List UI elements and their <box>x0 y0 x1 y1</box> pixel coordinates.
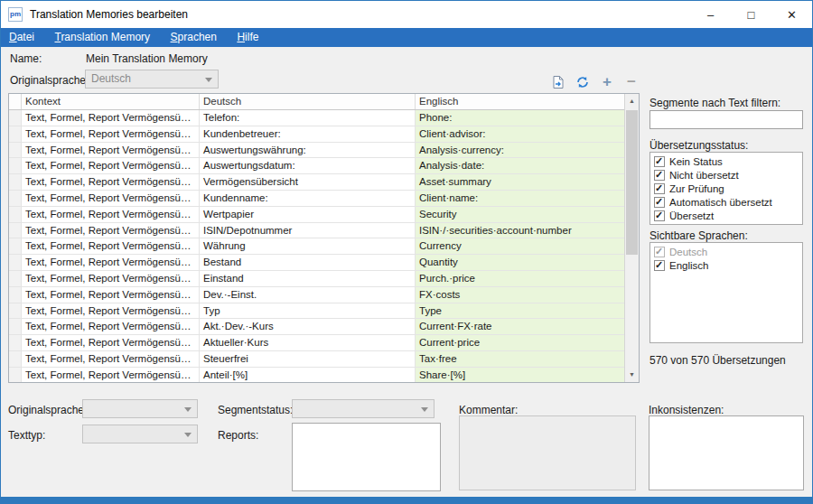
checkbox-label: Automatisch übersetzt <box>669 197 772 208</box>
menu-hilfe[interactable]: Hilfe <box>229 28 266 47</box>
close-icon[interactable]: ✕ <box>771 1 812 28</box>
reports-list[interactable] <box>292 423 441 491</box>
app-icon: pm <box>8 7 23 22</box>
checkbox-option[interactable]: Englisch <box>650 258 802 272</box>
cell-kontext: Text, Formel, Report Vermögensü… <box>22 191 200 207</box>
table-row[interactable]: Text, Formel, Report Vermögensü… Vermöge… <box>9 174 639 191</box>
checkbox-label: Zur Prüfung <box>669 183 724 194</box>
row-selector[interactable] <box>9 303 22 320</box>
cell-englisch: Analysis·currency: <box>416 143 625 159</box>
checkbox-option[interactable]: Automatisch übersetzt <box>650 195 802 209</box>
table-row[interactable]: Text, Formel, Report Vermögensü… Einstan… <box>9 271 639 287</box>
table-row[interactable]: Text, Formel, Report Vermögensü… Währung… <box>9 238 639 255</box>
cell-englisch: Currency <box>416 238 625 255</box>
maximize-icon[interactable]: □ <box>731 1 771 28</box>
header-kontext[interactable]: Kontext <box>22 94 200 109</box>
table-row[interactable]: Text, Formel, Report Vermögensü… Wertpap… <box>9 207 639 223</box>
checkbox-label: Deutsch <box>669 247 707 257</box>
cell-englisch: Type <box>416 303 625 320</box>
table-row[interactable]: Text, Formel, Report Vermögensü… ISIN/De… <box>9 223 639 239</box>
cell-kontext: Text, Formel, Report Vermögensü… <box>22 223 200 239</box>
cell-deutsch: Kundenbetreuer: <box>200 126 416 143</box>
comment-box <box>459 415 636 490</box>
table-row[interactable]: Text, Formel, Report Vermögensü… Telefon… <box>9 110 639 126</box>
row-selector[interactable] <box>9 143 22 159</box>
cell-kontext: Text, Formel, Report Vermögensü… <box>22 368 200 383</box>
header-deutsch[interactable]: Deutsch <box>200 94 416 109</box>
table-row[interactable]: Text, Formel, Report Vermögensü… Aktuell… <box>9 335 639 351</box>
cell-kontext: Text, Formel, Report Vermögensü… <box>22 271 200 287</box>
row-selector[interactable] <box>9 271 22 287</box>
row-selector[interactable] <box>9 223 22 239</box>
row-selector[interactable] <box>9 191 22 207</box>
checkbox[interactable] <box>654 183 665 194</box>
minimize-icon[interactable]: – <box>690 1 731 28</box>
scrollbar-thumb[interactable] <box>626 110 638 255</box>
menu-sprachen[interactable]: Sprachen <box>163 28 225 47</box>
filter-input[interactable] <box>649 110 803 129</box>
add-icon[interactable]: + <box>599 74 615 90</box>
new-document-icon[interactable] <box>550 74 566 90</box>
cell-kontext: Text, Formel, Report Vermögensü… <box>22 158 200 174</box>
row-selector[interactable] <box>9 174 22 191</box>
row-selector[interactable] <box>9 238 22 255</box>
cell-englisch: Security <box>416 207 625 223</box>
cell-englisch: Current·FX·rate <box>416 319 625 335</box>
cell-deutsch: Auswertungsdatum: <box>200 158 416 174</box>
comment-label: Kommentar: <box>459 404 518 416</box>
checkbox-option[interactable]: Zur Prüfung <box>650 182 802 195</box>
checkbox-option[interactable]: Kein Status <box>650 154 802 168</box>
row-selector[interactable] <box>9 255 22 271</box>
row-selector[interactable] <box>9 110 22 126</box>
cell-deutsch: Dev.·-Einst. <box>200 287 416 303</box>
scroll-up-icon[interactable]: ▲ <box>625 94 639 108</box>
menubar: Datei Translation Memory Sprachen Hilfe <box>1 28 812 47</box>
table-row[interactable]: Text, Formel, Report Vermögensü… Typ Typ… <box>9 303 639 320</box>
table-row[interactable]: Text, Formel, Report Vermögensü… Auswert… <box>9 158 639 174</box>
remove-icon[interactable]: − <box>623 74 640 90</box>
vertical-scrollbar[interactable]: ▲ ▼ <box>624 94 639 382</box>
checkbox[interactable] <box>654 260 665 271</box>
detail-source-language-label: Originalsprache: <box>8 404 87 416</box>
checkbox[interactable] <box>654 156 665 167</box>
refresh-icon[interactable] <box>575 74 591 90</box>
table-row[interactable]: Text, Formel, Report Vermögensü… Kundenn… <box>9 191 639 207</box>
row-selector[interactable] <box>9 126 22 143</box>
row-selector[interactable] <box>9 319 22 335</box>
cell-deutsch: Aktueller·Kurs <box>200 335 416 351</box>
source-language-value: Deutsch <box>91 72 131 85</box>
filter-label: Segmente nach Text filtern: <box>649 97 780 109</box>
checkbox-option[interactable]: Nicht übersetzt <box>650 168 802 182</box>
cell-deutsch: Steuerfrei <box>200 351 416 368</box>
checkbox[interactable] <box>654 170 665 181</box>
menu-translation-memory[interactable]: Translation Memory <box>46 28 158 47</box>
detail-source-language-dropdown <box>82 399 198 418</box>
cell-englisch: Quantity <box>416 255 625 271</box>
row-selector[interactable] <box>9 335 22 351</box>
table-row[interactable]: Text, Formel, Report Vermögensü… Steuerf… <box>9 351 639 368</box>
table-toolbar: + − <box>529 73 640 91</box>
row-selector[interactable] <box>9 368 22 383</box>
cell-kontext: Text, Formel, Report Vermögensü… <box>22 255 200 271</box>
checkbox-option[interactable]: Übersetzt <box>650 209 802 222</box>
row-selector[interactable] <box>9 287 22 303</box>
row-selector[interactable] <box>9 207 22 223</box>
table-row[interactable]: Text, Formel, Report Vermögensü… Dev.·-E… <box>9 287 639 303</box>
cell-kontext: Text, Formel, Report Vermögensü… <box>22 174 200 191</box>
row-selector[interactable] <box>9 158 22 174</box>
cell-kontext: Text, Formel, Report Vermögensü… <box>22 303 200 320</box>
checkbox[interactable] <box>654 197 665 208</box>
segment-status-label: Segmentstatus: <box>218 404 293 416</box>
table-row[interactable]: Text, Formel, Report Vermögensü… Bestand… <box>9 255 639 271</box>
header-englisch[interactable]: Englisch <box>416 94 625 109</box>
row-selector[interactable] <box>9 351 22 368</box>
table-row[interactable]: Text, Formel, Report Vermögensü… Anteil·… <box>9 368 639 383</box>
table-row[interactable]: Text, Formel, Report Vermögensü… Akt.·De… <box>9 319 639 335</box>
table-row[interactable]: Text, Formel, Report Vermögensü… Auswert… <box>9 143 639 159</box>
inconsistencies-list[interactable] <box>649 415 804 490</box>
menu-datei[interactable]: Datei <box>1 28 42 47</box>
source-language-dropdown: Deutsch <box>85 70 219 89</box>
scroll-down-icon[interactable]: ▼ <box>625 368 639 382</box>
checkbox[interactable] <box>654 210 665 221</box>
table-row[interactable]: Text, Formel, Report Vermögensü… Kundenb… <box>9 126 639 143</box>
